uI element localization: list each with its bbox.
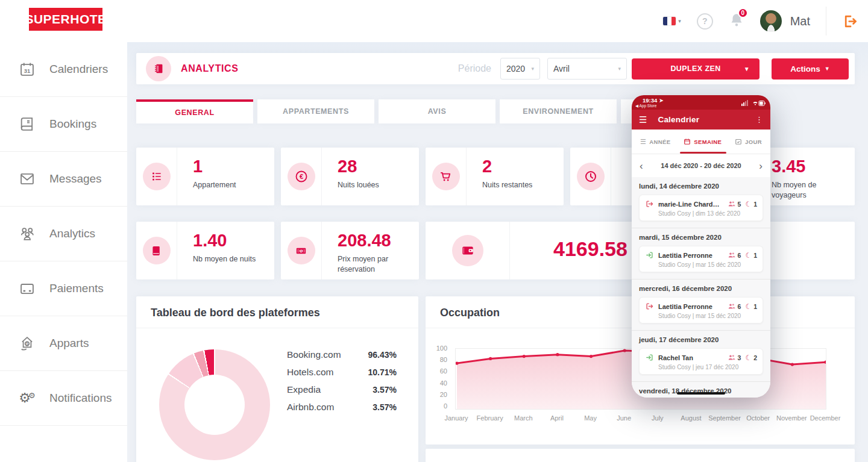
x-tick-label: February (477, 414, 503, 422)
stat-label: Nuits louées (338, 180, 379, 190)
moon-icon: ☾ (745, 251, 752, 260)
sidebar-item-notifications[interactable]: ⚙⚙ Notifications (0, 371, 127, 426)
french-flag-icon (663, 17, 676, 25)
superhote-logo[interactable]: SUPERHOTE (29, 8, 102, 31)
help-icon[interactable]: ? (697, 13, 713, 30)
svg-text:€: € (299, 173, 303, 180)
sidebar-item-apparts[interactable]: $ Apparts (0, 316, 127, 371)
kebab-menu-icon[interactable]: ⋮ (755, 115, 763, 124)
divider (826, 7, 826, 36)
guests-count: 6 (728, 251, 741, 259)
stat-value: 1.40 (193, 232, 256, 249)
stat-value: 28 (338, 158, 379, 175)
sidebar-item-paiements[interactable]: Paiements (0, 261, 127, 316)
day-header: mardi, 15 décembre 2020 (639, 234, 763, 241)
sidebar: 31 Calendriers Bookings Messages Analyti… (0, 42, 127, 462)
app-store-back-link[interactable]: ◀ App Store (635, 104, 656, 108)
month-select[interactable]: Avril▾ (547, 58, 627, 80)
guest-name: marie-Line Chardon-T... (658, 201, 723, 208)
checkout-icon (645, 302, 654, 311)
x-tick-label: March (514, 414, 533, 422)
chevron-down-icon: ▾ (678, 18, 681, 24)
stat-value: 2 (482, 158, 532, 175)
calendar-icon (684, 138, 691, 145)
notifications-button[interactable]: 0 (729, 12, 744, 30)
stat-value: 3.45 (772, 158, 850, 175)
top-header: SUPERHOTE ▾ ? 0 Mat (0, 0, 868, 42)
main-content: ANALYTICS Période 2020▾ Avril▾ DUPLEX ZE… (127, 42, 868, 462)
legend-row: Expedia 3.57% (287, 384, 397, 395)
year-select[interactable]: 2020▾ (500, 58, 540, 80)
day-header: mercredi, 16 décembre 2020 (639, 285, 763, 292)
stat-value: 4169.58 € (553, 239, 644, 259)
avatar[interactable] (760, 10, 782, 32)
stat-card-nb-nuits: 1.40 Nb moyen de nuits (136, 222, 274, 279)
tab-environnement[interactable]: ENVIRONNEMENT (500, 99, 617, 123)
next-week-icon[interactable]: › (759, 161, 763, 171)
chevron-down-icon: ▾ (618, 66, 621, 72)
language-selector[interactable]: ▾ (663, 17, 681, 25)
sidebar-item-bookings[interactable]: Bookings (0, 97, 127, 152)
checkin-icon (645, 251, 654, 260)
chevron-down-icon: ▾ (531, 66, 534, 72)
day-header: lundi, 14 décembre 2020 (639, 183, 763, 190)
occupation-y-axis: 100806040200 (426, 348, 451, 410)
nights-count: ☾1 (745, 302, 757, 311)
checkout-icon (645, 199, 654, 208)
week-range: 14 déc 2020 - 20 déc 2020 (643, 162, 760, 169)
page-title: ANALYTICS (181, 63, 239, 74)
sidebar-item-analytics[interactable]: Analytics (0, 207, 127, 261)
x-tick-label: December (810, 414, 841, 422)
moon-icon: ☾ (745, 302, 752, 311)
tab-appartements[interactable]: APPARTEMENTS (257, 99, 374, 123)
legend-row: Hotels.com 10.71% (287, 367, 397, 378)
stat-label: Appartement (193, 180, 236, 190)
list-icon (143, 163, 171, 190)
phone-tab-semaine[interactable]: SEMAINE (684, 138, 722, 145)
booking-detail: Studio Cosy | dim 13 déc 2020 (658, 210, 757, 217)
bottom-card (426, 449, 855, 462)
occupation-x-axis: JanuaryFebruaryMarchAprilMayJuneJulyAugu… (455, 414, 826, 424)
notification-badge: 0 (738, 8, 748, 18)
phone-day-section: lundi, 14 décembre 2020 marie-Line Chard… (632, 177, 770, 228)
nights-count: ☾1 (745, 251, 757, 260)
phone-booking-card[interactable]: Rachel Tan 3 ☾2 Studio Cosy | jeu 17 déc… (639, 348, 763, 375)
booking-detail: Studio Cosy | mar 15 déc 2020 (658, 261, 757, 268)
calendar-check-icon (735, 138, 742, 145)
svg-text:$: $ (26, 342, 28, 346)
guests-count: 3 (728, 354, 741, 361)
y-tick-label: 80 (440, 356, 447, 363)
home-indicator[interactable] (677, 392, 725, 395)
phone-tab-jour[interactable]: JOUR (735, 138, 762, 145)
checkin-icon (645, 353, 654, 362)
svg-text:31: 31 (24, 68, 30, 74)
moon-icon: ☾ (745, 354, 752, 362)
sidebar-item-calendriers[interactable]: 31 Calendriers (0, 42, 127, 97)
phone-booking-card[interactable]: marie-Line Chardon-T... 5 ☾1 Studio Cosy… (639, 195, 763, 221)
calendar-icon: 31 (18, 61, 36, 78)
credit-card-icon (18, 280, 36, 297)
x-tick-label: August (681, 414, 701, 422)
svg-text:$: $ (300, 249, 302, 252)
status-icons (741, 98, 766, 109)
gears-icon: ⚙⚙ (18, 392, 36, 405)
actions-button[interactable]: Actions▼ (772, 58, 849, 80)
period-label: Période (458, 63, 491, 74)
list-icon: ☰ (640, 138, 646, 146)
sidebar-item-messages[interactable]: Messages (0, 152, 127, 207)
logout-icon[interactable] (842, 13, 858, 30)
phone-view-tabs: ☰ ANNÉE SEMAINE JOUR (632, 130, 770, 154)
phone-booking-card[interactable]: Laetitia Perronne 6 ☾1 Studio Cosy | mar… (639, 246, 763, 272)
phone-day-section: jeudi, 17 décembre 2020 Rachel Tan 3 ☾2 … (632, 330, 770, 381)
legend-row: Airbnb.com 3.57% (287, 402, 397, 413)
property-selector-button[interactable]: DUPLEX ZEN▼ (632, 58, 760, 80)
phone-tab-annee[interactable]: ☰ ANNÉE (640, 138, 671, 146)
x-tick-label: September (708, 414, 741, 422)
booking-detail: Studio Cosy | mar 15 déc 2020 (658, 313, 757, 319)
status-time: 19:34 ➤ (643, 97, 664, 104)
chevron-down-icon: ▼ (744, 66, 750, 72)
hamburger-menu-icon[interactable]: ☰ (639, 114, 647, 125)
tab-avis[interactable]: AVIS (379, 99, 495, 123)
tab-general[interactable]: GENERAL (136, 99, 253, 123)
phone-booking-card[interactable]: Laetitia Perronne 6 ☾1 Studio Cosy | mar… (639, 297, 763, 323)
